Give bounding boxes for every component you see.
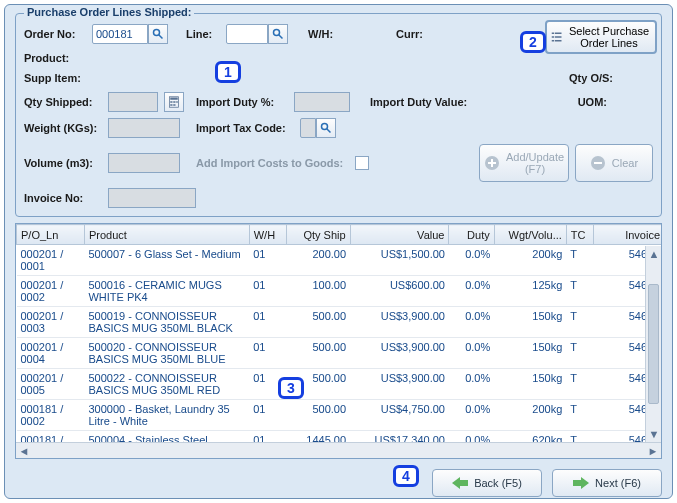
list-icon [551,31,563,43]
svg-rect-16 [173,104,175,106]
table-cell: 000201 / 0004 [17,338,85,369]
table-cell: US$3,900.00 [350,338,449,369]
table-cell: 0.0% [449,307,494,338]
svg-rect-12 [170,101,172,103]
calculator-icon [168,96,180,108]
table-cell: T [566,307,593,338]
lines-table-scroll[interactable]: P/O_Ln Product W/H Qty Ship Value Duty W… [16,224,661,442]
group-title: Purchase Order Lines Shipped: [24,6,194,18]
select-po-lines-button[interactable]: Select Purchase Order Lines [545,20,657,54]
table-cell: 01 [249,338,286,369]
table-cell: T [566,400,593,431]
import-duty-input[interactable] [294,92,350,112]
line-input[interactable] [226,24,268,44]
back-button[interactable]: Back (F5) [432,469,542,497]
tax-code-search-button[interactable] [316,118,336,138]
table-cell: 150kg [494,369,566,400]
table-cell: T [566,338,593,369]
label-wh: W/H: [308,28,344,40]
label-product: Product: [24,52,86,64]
table-cell: 000201 / 0003 [17,307,85,338]
table-cell: 0.0% [449,338,494,369]
col-value[interactable]: Value [350,225,449,245]
clear-button[interactable]: Clear [575,144,653,182]
line-search-button[interactable] [268,24,288,44]
table-cell: 500022 - CONNOISSEUR BASICS MUG 350ML RE… [84,369,249,400]
col-wh[interactable]: W/H [249,225,286,245]
table-cell: 0.0% [449,369,494,400]
table-cell: 1445.00 [286,431,350,443]
table-row[interactable]: 000201 / 0003500019 - CONNOISSEUR BASICS… [17,307,662,338]
table-row[interactable]: 000181 / 0003500004 - Stainless Steel An… [17,431,662,443]
arrow-right-icon [573,477,589,489]
svg-point-17 [322,124,328,130]
vertical-scrollbar[interactable]: ▲ ▼ [645,246,661,442]
order-no-input[interactable] [92,24,148,44]
scroll-right-icon[interactable]: ► [645,443,661,459]
invoice-no-input[interactable] [108,188,196,208]
table-cell: 0.0% [449,276,494,307]
table-cell: 000201 / 0001 [17,245,85,276]
callout-2: 2 [520,31,546,53]
table-cell: T [566,276,593,307]
qty-shipped-calc-button[interactable] [164,92,184,112]
label-add-import-costs: Add Import Costs to Goods: [196,157,343,169]
svg-point-8 [274,30,280,36]
svg-rect-14 [176,101,178,103]
col-invoice[interactable]: Invoice N [593,225,661,245]
qty-shipped-input[interactable] [108,92,158,112]
scroll-left-icon[interactable]: ◄ [16,443,32,459]
table-row[interactable]: 000201 / 0004500020 - CONNOISSEUR BASICS… [17,338,662,369]
col-duty[interactable]: Duty [449,225,494,245]
scroll-down-icon[interactable]: ▼ [646,426,662,442]
callout-3: 3 [278,377,304,399]
table-cell: 0.0% [449,245,494,276]
order-no-search-button[interactable] [148,24,168,44]
table-cell: 500016 - CERAMIC MUGS WHITE PK4 [84,276,249,307]
table-row[interactable]: 000201 / 0001500007 - 6 Glass Set - Medi… [17,245,662,276]
callout-4: 4 [393,465,419,487]
add-update-button[interactable]: Add/Update (F7) [479,144,569,182]
col-qty-ship[interactable]: Qty Ship [286,225,350,245]
horizontal-scrollbar[interactable]: ◄ ► [16,442,661,458]
col-wgt-vol[interactable]: Wgt/Volu... [494,225,566,245]
table-cell: US$3,900.00 [350,307,449,338]
volume-input[interactable] [108,153,180,173]
col-tc[interactable]: TC [566,225,593,245]
scroll-up-icon[interactable]: ▲ [646,246,662,262]
label-volume: Volume (m3): [24,157,102,169]
table-cell: 01 [249,245,286,276]
table-cell: 125kg [494,276,566,307]
callout-1: 1 [215,61,241,83]
col-product[interactable]: Product [84,225,249,245]
table-cell: 500004 - Stainless Steel Antiskid Mixing… [84,431,249,443]
svg-rect-2 [552,36,554,38]
weight-input[interactable] [108,118,180,138]
label-import-duty-value: Import Duty Value: [370,96,467,108]
next-label: Next (F6) [595,477,641,489]
table-cell: 500007 - 6 Glass Set - Medium [84,245,249,276]
table-row[interactable]: 000181 / 0002300000 - Basket, Laundry 35… [17,400,662,431]
col-po-ln[interactable]: P/O_Ln [17,225,85,245]
table-cell: 100.00 [286,276,350,307]
table-row[interactable]: 000201 / 0002500016 - CERAMIC MUGS WHITE… [17,276,662,307]
svg-rect-1 [555,33,562,35]
tax-code-input[interactable] [300,118,316,138]
table-cell: 500019 - CONNOISSEUR BASICS MUG 350ML BL… [84,307,249,338]
add-import-costs-checkbox[interactable] [355,156,369,170]
table-cell: US$600.00 [350,276,449,307]
table-header-row: P/O_Ln Product W/H Qty Ship Value Duty W… [17,225,662,245]
table-cell: T [566,431,593,443]
select-po-lines-label: Select Purchase Order Lines [567,25,651,49]
table-cell: T [566,369,593,400]
lines-table-container: P/O_Ln Product W/H Qty Ship Value Duty W… [15,223,662,459]
lines-table: P/O_Ln Product W/H Qty Ship Value Duty W… [16,224,661,442]
next-button[interactable]: Next (F6) [552,469,662,497]
label-uom: UOM: [578,96,607,108]
svg-rect-0 [552,33,554,35]
table-cell: 500.00 [286,338,350,369]
table-cell: 0.0% [449,431,494,443]
scroll-thumb[interactable] [648,284,659,404]
table-row[interactable]: 000201 / 0005500022 - CONNOISSEUR BASICS… [17,369,662,400]
table-cell: 01 [249,400,286,431]
